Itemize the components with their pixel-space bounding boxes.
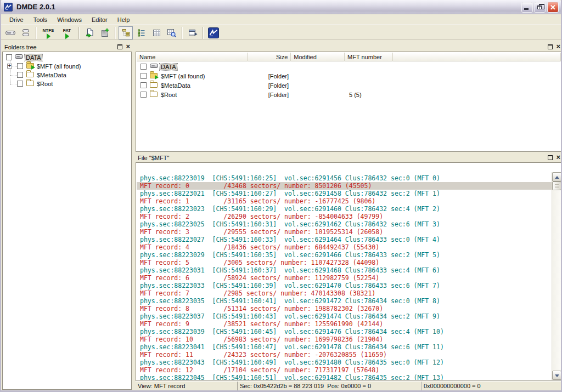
- close-panel-icon[interactable]: ×: [126, 44, 130, 49]
- dmde-logo-icon: [208, 27, 219, 38]
- mft-record-line[interactable]: MFT record: 1 /31165 sectors/ number: -1…: [137, 197, 552, 205]
- menu-windows[interactable]: Windows: [52, 15, 87, 25]
- mft-record-line[interactable]: MFT record: 0 /43468 sectors/ number: 85…: [137, 182, 552, 190]
- tree-item-data[interactable]: DATA: [3, 53, 131, 62]
- fat-open-button[interactable]: FAT: [58, 26, 76, 39]
- folders-tree-body: DATA+$MFT (all found)$MetaData$Root: [2, 52, 132, 390]
- folders-tree-panel-header: Folders tree ×: [2, 43, 132, 52]
- menu-help[interactable]: Help: [113, 15, 135, 25]
- checkbox[interactable]: [140, 82, 147, 88]
- column-header-mft-number[interactable]: MFT number: [345, 53, 393, 61]
- checkbox[interactable]: [17, 63, 23, 69]
- maximize-panel-icon[interactable]: [548, 155, 553, 160]
- mft-info-line[interactable]: phys.sec:88223031 [CHS:5491:160:37] vol.…: [137, 266, 552, 274]
- mft-record-line[interactable]: MFT record: 11 /24323 sectors/ number: -…: [137, 351, 552, 359]
- maximize-panel-icon[interactable]: [548, 44, 553, 49]
- toolbar-separator: [78, 27, 80, 39]
- open-found-file-button[interactable]: [82, 26, 97, 39]
- mft-info-line[interactable]: phys.sec:88223027 [CHS:5491:160:33] vol.…: [137, 236, 552, 243]
- toolbar-separator: [203, 27, 204, 39]
- mft-file-panel: File "$MFT" × phys.sec:88223019 [CHS:549…: [136, 154, 562, 381]
- tree-item-metadata[interactable]: $MetaData: [3, 71, 131, 79]
- mft-record-line[interactable]: MFT record: 6 /58924 sectors/ number: 11…: [137, 274, 552, 282]
- tree-item-root[interactable]: $Root: [3, 79, 131, 88]
- file-row-mft-all-found[interactable]: $MFT (all found)[Folder]: [137, 71, 561, 81]
- mft-file-panel-header: File "$MFT" ×: [136, 154, 562, 162]
- scrollbar-thumb[interactable]: [552, 181, 561, 190]
- mft-record-line[interactable]: MFT record: 4 /18436 sectors/ number: 68…: [137, 243, 552, 251]
- mft-record-line[interactable]: MFT record: 10 /56983 sectors/ number: 1…: [137, 336, 552, 343]
- file-row-root[interactable]: $Root[Folder]5 (5): [137, 90, 561, 99]
- window-title: DMDE 2.0.1: [16, 3, 55, 11]
- title-bar[interactable]: DMDE 2.0.1 ✕: [0, 0, 562, 14]
- checkbox[interactable]: [17, 72, 23, 78]
- full-scan-button[interactable]: [98, 26, 112, 39]
- mft-record-line[interactable]: MFT record: 7 /2985 sectors/ number: 470…: [137, 289, 552, 297]
- mft-record-line[interactable]: MFT record: 9 /38521 sectors/ number: 12…: [137, 320, 552, 328]
- mft-info-line[interactable]: phys.sec:88223045 [CHS:5491:160:51] vol.…: [137, 374, 552, 380]
- partitions-icon: [21, 28, 31, 37]
- mft-file-body: phys.sec:88223019 [CHS:5491:160:25] vol.…: [136, 162, 562, 381]
- close-button[interactable]: ✕: [547, 2, 559, 13]
- checkbox[interactable]: [140, 64, 147, 70]
- checkbox[interactable]: [140, 73, 147, 79]
- file-name: $MetaData: [160, 82, 192, 89]
- mft-info-line[interactable]: phys.sec:88223043 [CHS:5491:160:49] vol.…: [137, 359, 552, 366]
- tree-item-mft-all-found[interactable]: +$MFT (all found): [3, 62, 131, 71]
- expand-icon[interactable]: +: [7, 64, 12, 69]
- table-view-button[interactable]: [149, 26, 164, 39]
- status-bar: View: MFT record Sec: 0x05422d2b = 88 22…: [136, 381, 562, 390]
- mft-info-line[interactable]: phys.sec:88223037 [CHS:5491:160:43] vol.…: [137, 313, 552, 320]
- vertical-scrollbar[interactable]: [552, 172, 561, 380]
- mft-info-line[interactable]: phys.sec:88223039 [CHS:5491:160:45] vol.…: [137, 328, 552, 336]
- column-header-filler: [393, 53, 561, 61]
- mft-record-line[interactable]: MFT record: 5 /3005 sectors/ number: 110…: [137, 259, 552, 266]
- next-window-button[interactable]: [186, 26, 200, 39]
- open-drive-icon: [5, 28, 16, 37]
- mft-record-line[interactable]: MFT record: 8 /51314 sectors/ number: 19…: [137, 305, 552, 313]
- list-view-button[interactable]: [134, 26, 148, 39]
- minimize-button[interactable]: [521, 2, 533, 13]
- mft-record-line[interactable]: MFT record: 2 /26290 sectors/ number: -8…: [137, 213, 552, 220]
- menu-editor[interactable]: Editor: [87, 15, 113, 25]
- preview-icon: [167, 28, 177, 38]
- mft-info-line[interactable]: phys.sec:88223019 [CHS:5491:160:25] vol.…: [137, 174, 552, 182]
- checkbox[interactable]: [6, 54, 12, 60]
- panel-splitter[interactable]: [132, 43, 136, 390]
- mft-info-line[interactable]: phys.sec:88223035 [CHS:5491:160:41] vol.…: [137, 297, 552, 305]
- mft-info-line[interactable]: phys.sec:88223023 [CHS:5491:160:29] vol.…: [137, 205, 552, 213]
- status-offset: 0x000000000000 = 0: [421, 382, 562, 390]
- file-row-data[interactable]: DATA: [137, 62, 561, 71]
- mft-info-line[interactable]: phys.sec:88223021 [CHS:5491:160:27] vol.…: [137, 190, 552, 197]
- scroll-down-icon[interactable]: [552, 371, 561, 380]
- mft-info-line[interactable]: phys.sec:88223033 [CHS:5491:160:39] vol.…: [137, 282, 552, 289]
- mft-record-line[interactable]: MFT record: 12 /17104 sectors/ number: 7…: [137, 366, 552, 374]
- toolbar-separator: [115, 27, 116, 39]
- column-header-name[interactable]: Name: [137, 53, 248, 61]
- close-panel-icon[interactable]: ×: [556, 155, 560, 160]
- folder-icon: [26, 81, 34, 86]
- menu-bar: DriveToolsWindowsEditorHelp: [1, 14, 561, 25]
- ntfs-open-button[interactable]: NTFS: [40, 26, 57, 39]
- checkbox[interactable]: [17, 81, 23, 87]
- column-header-modified[interactable]: Modified: [291, 53, 345, 61]
- close-panel-icon[interactable]: ×: [556, 44, 560, 49]
- checkbox[interactable]: [140, 92, 147, 98]
- folders-tree-view-button[interactable]: [119, 26, 133, 39]
- scroll-up-icon[interactable]: [552, 172, 561, 181]
- maximize-panel-icon[interactable]: [117, 44, 122, 49]
- full-scan-icon: [100, 28, 110, 38]
- menu-drive[interactable]: Drive: [4, 15, 29, 25]
- preview-button[interactable]: [165, 26, 179, 39]
- mft-info-line[interactable]: phys.sec:88223025 [CHS:5491:160:31] vol.…: [137, 220, 552, 228]
- mft-record-line[interactable]: MFT record: 3 /29555 sectors/ number: 10…: [137, 228, 552, 236]
- column-header-size[interactable]: Size: [248, 53, 291, 61]
- mft-info-line[interactable]: phys.sec:88223041 [CHS:5491:160:47] vol.…: [137, 343, 552, 351]
- partitions-button[interactable]: [19, 26, 33, 39]
- menu-tools[interactable]: Tools: [29, 15, 53, 25]
- open-drive-button[interactable]: [3, 26, 18, 39]
- mft-info-line[interactable]: phys.sec:88223029 [CHS:5491:160:35] vol.…: [137, 251, 552, 259]
- dmde-logo-button[interactable]: [206, 26, 221, 39]
- restore-button[interactable]: [534, 2, 546, 13]
- file-row-metadata[interactable]: $MetaData[Folder]: [137, 81, 561, 90]
